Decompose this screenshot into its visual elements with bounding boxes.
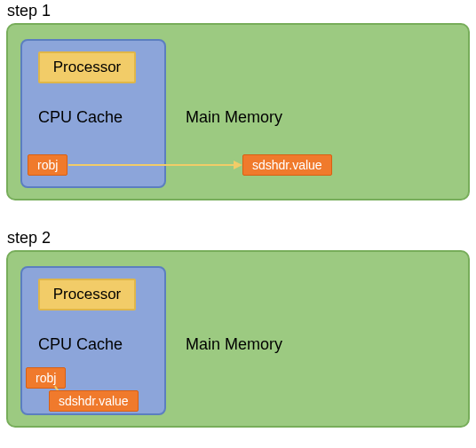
step1-main-memory-box: Main Memory Processor CPU Cache robj sds…	[6, 23, 470, 200]
step1-arrow-line	[68, 164, 234, 166]
step2-sdshdr-label: sdshdr.value	[59, 394, 129, 408]
step1-sdshdr-box: sdshdr.value	[242, 154, 332, 176]
step2-main-memory-label: Main Memory	[186, 335, 282, 354]
step2-robj-box: robj	[26, 367, 66, 389]
step1-cpu-cache-label: CPU Cache	[38, 108, 123, 127]
step1-robj-box: robj	[28, 154, 67, 176]
step2-cpu-cache-label: CPU Cache	[38, 335, 123, 354]
step1-main-memory-label: Main Memory	[186, 108, 282, 127]
step1-sdshdr-label: sdshdr.value	[252, 158, 322, 172]
step2-robj-label: robj	[36, 371, 56, 385]
step2-label: step 2	[7, 229, 51, 248]
step1-label: step 1	[7, 2, 51, 20]
step2-processor-box: Processor	[38, 279, 136, 310]
step2-processor-label: Processor	[53, 286, 122, 303]
step1-arrow-head-icon	[234, 161, 242, 169]
step2-sdshdr-box: sdshdr.value	[49, 390, 139, 412]
step1-processor-label: Processor	[53, 59, 122, 76]
step2-cpu-cache-box: Processor CPU Cache robj sdshdr.value	[20, 266, 166, 415]
step1-processor-box: Processor	[38, 51, 136, 83]
step1-robj-label: robj	[37, 158, 58, 172]
step2-main-memory-box: Main Memory Processor CPU Cache robj sds…	[6, 250, 470, 428]
